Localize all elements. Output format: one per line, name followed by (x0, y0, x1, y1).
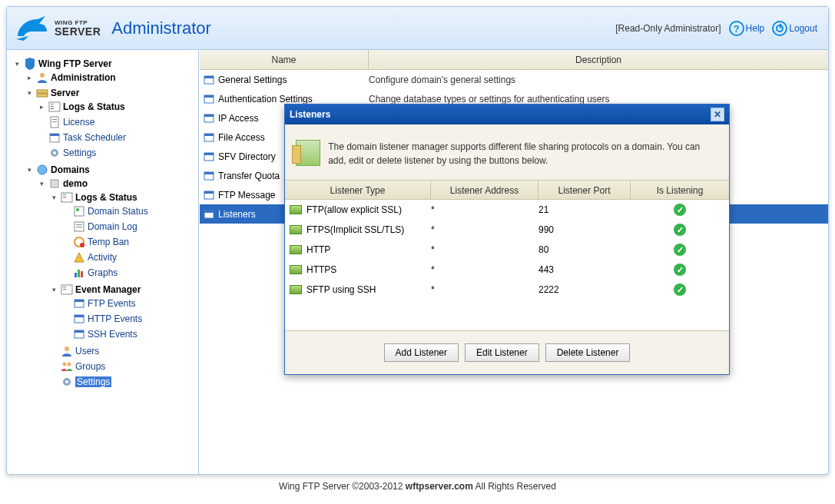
list-icon (48, 101, 61, 113)
listener-type: SFTP using SSH (306, 284, 376, 295)
svg-rect-31 (63, 289, 66, 290)
row-name: FTP Message (218, 190, 275, 201)
svg-rect-26 (75, 273, 77, 277)
help-icon: ? (729, 21, 744, 36)
activity-icon (73, 251, 85, 264)
row-icon (203, 208, 215, 220)
tree-event-manager[interactable]: ▾Event Manager (50, 284, 195, 296)
svg-rect-17 (63, 194, 66, 195)
svg-point-40 (68, 363, 71, 366)
brand-big: SERVER (55, 26, 101, 37)
twisty-icon: ▾ (25, 166, 34, 174)
svg-rect-23 (76, 227, 82, 227)
listener-port: 80 (538, 244, 631, 255)
power-icon (772, 21, 787, 36)
drive-icon (36, 87, 48, 99)
user-icon (36, 71, 48, 84)
svg-rect-33 (75, 300, 84, 302)
svg-rect-28 (81, 271, 83, 277)
cube-icon (48, 177, 61, 190)
tree-server[interactable]: ▾Server (25, 87, 195, 99)
tree-ssh-events[interactable]: SSH Events (62, 328, 195, 340)
close-button[interactable]: ✕ (711, 108, 724, 121)
svg-rect-1 (37, 90, 48, 93)
row-icon (203, 74, 215, 86)
listener-port: 443 (538, 264, 631, 275)
svg-rect-54 (204, 172, 214, 174)
svg-point-13 (53, 151, 56, 154)
tree-domain-log[interactable]: Domain Log (62, 220, 195, 233)
listener-row[interactable]: HTTPS*443✓ (285, 260, 729, 280)
tree-users[interactable]: Users (50, 345, 195, 357)
tree-demo[interactable]: ▾demo (38, 177, 195, 190)
logo-icon (15, 13, 48, 44)
svg-rect-44 (204, 76, 214, 78)
row-icon (203, 93, 215, 105)
listener-row[interactable]: SFTP using SSH*2222✓ (285, 280, 729, 300)
tree-task-scheduler[interactable]: Task Scheduler (38, 131, 195, 144)
row-name: IP Access (218, 113, 258, 124)
svg-point-0 (40, 73, 45, 78)
window-icon (73, 297, 85, 310)
tree-activity[interactable]: Activity (62, 251, 195, 264)
listener-type: HTTPS (306, 264, 336, 275)
dialog-intro: The domain listener manager supports dif… (328, 140, 718, 167)
listener-row[interactable]: FTP(allow explicit SSL)*21✓ (285, 200, 729, 220)
row-name: SFV Directory (218, 151, 276, 162)
log-icon (73, 220, 85, 233)
svg-point-20 (76, 208, 79, 211)
tree-license[interactable]: License (38, 116, 195, 128)
tree-temp-ban[interactable]: Temp Ban (62, 236, 195, 248)
tree-root[interactable]: ▾ Wing FTP Server (13, 58, 195, 70)
twisty-icon: ▾ (25, 89, 34, 98)
tree-d-logs-status[interactable]: ▾Logs & Status (50, 191, 195, 204)
tree-d-settings[interactable]: Settings (50, 376, 195, 388)
tree-graphs[interactable]: Graphs (62, 267, 195, 279)
app-header: WING FTP SERVER Administrator [Read-Only… (7, 7, 828, 50)
help-link[interactable]: ? Help (729, 21, 765, 36)
check-icon: ✓ (674, 284, 686, 296)
tree-ftp-events[interactable]: FTP Events (62, 297, 195, 310)
listener-port: 2222 (538, 284, 631, 295)
twisty-icon: ▾ (38, 180, 46, 188)
svg-point-39 (63, 363, 67, 366)
svg-rect-11 (50, 134, 59, 136)
svg-rect-58 (204, 211, 214, 213)
row-icon (203, 189, 215, 201)
row-desc: Change database types or settings for au… (369, 94, 828, 104)
twisty-icon: ▾ (13, 60, 22, 68)
listener-type: HTTP (306, 244, 330, 255)
listener-row[interactable]: HTTP*80✓ (285, 240, 729, 260)
content-area: Name Description General SettingsConfigu… (199, 50, 828, 474)
svg-rect-37 (75, 330, 84, 333)
check-icon: ✓ (674, 264, 686, 276)
col-description: Description (369, 50, 828, 69)
row-icon (203, 112, 215, 124)
tree-settings[interactable]: Settings (38, 147, 195, 159)
network-card-icon (296, 140, 320, 166)
window-icon (73, 313, 85, 325)
svg-point-25 (80, 243, 84, 247)
logout-link[interactable]: Logout (772, 21, 817, 36)
tree-groups[interactable]: Groups (50, 360, 195, 373)
row-name: General Settings (218, 75, 287, 85)
user-badge: [Read-Only Administrator] (615, 23, 721, 34)
calendar-icon (48, 131, 61, 144)
edit-listener-button[interactable]: Edit Listener (465, 343, 539, 362)
brand: WING FTP SERVER Administrator (15, 13, 211, 44)
listener-row[interactable]: FTPS(Implicit SSL/TLS)*990✓ (285, 220, 729, 240)
listener-icon (290, 225, 302, 234)
dialog-titlebar[interactable]: Listeners ✕ (285, 104, 729, 124)
tree-http-events[interactable]: HTTP Events (62, 313, 195, 325)
delete-listener-button[interactable]: Delete Listener (545, 343, 631, 362)
settings-row[interactable]: General SettingsConfigure domain's gener… (200, 70, 828, 89)
row-desc: Configure domain's general settings (369, 75, 828, 85)
listener-port: 990 (538, 224, 631, 235)
add-listener-button[interactable]: Add Listener (384, 343, 459, 362)
svg-rect-4 (51, 104, 54, 104)
globe-icon (36, 164, 48, 176)
tree-administration[interactable]: ▸Administration (25, 71, 195, 84)
tree-domains[interactable]: ▾Domains (25, 164, 195, 176)
tree-domain-status[interactable]: Domain Status (62, 205, 195, 217)
tree-logs-status[interactable]: ▸Logs & Status (38, 101, 195, 113)
